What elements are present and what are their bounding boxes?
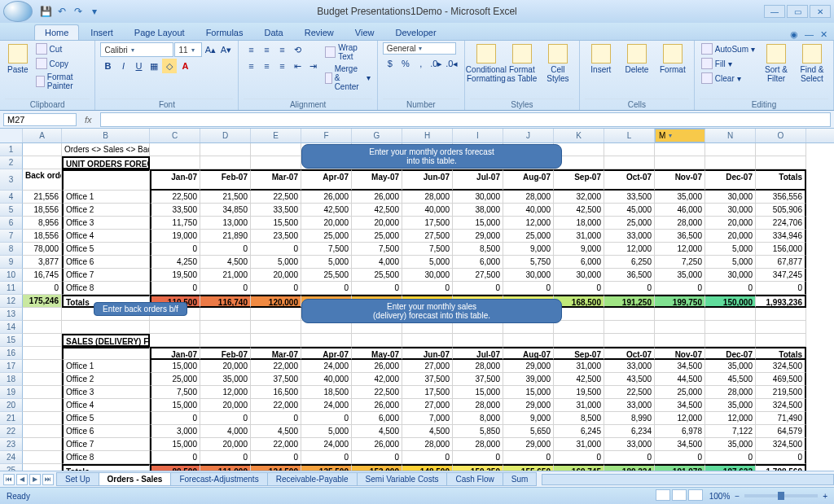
cell[interactable]: 34,500: [655, 399, 705, 412]
cell[interactable]: 9,000: [503, 412, 554, 425]
sheet-tab[interactable]: Semi Variable Costs: [357, 472, 448, 486]
cell[interactable]: 40,000: [503, 204, 554, 217]
cell[interactable]: [150, 156, 200, 169]
cell[interactable]: 22,000: [251, 399, 301, 412]
cell[interactable]: [23, 451, 62, 464]
cell[interactable]: 12,000: [655, 412, 705, 425]
cell[interactable]: [352, 334, 402, 347]
cell[interactable]: [503, 334, 554, 347]
cell[interactable]: 334,946: [756, 230, 806, 243]
select-all-corner[interactable]: [0, 129, 23, 142]
cell[interactable]: 18,556: [23, 230, 62, 243]
cell[interactable]: 347,245: [756, 269, 806, 282]
cell[interactable]: 7,250: [655, 256, 705, 269]
zoom-level[interactable]: 100%: [709, 492, 731, 501]
cell[interactable]: 33,500: [604, 191, 655, 204]
row-header[interactable]: 6: [0, 217, 23, 230]
office-button[interactable]: [3, 1, 33, 22]
cell[interactable]: Dec-07: [705, 347, 756, 360]
cell[interactable]: 199,750: [655, 295, 705, 308]
cell[interactable]: Office 8: [62, 282, 150, 295]
cell[interactable]: 42,500: [352, 204, 402, 217]
row-header[interactable]: 18: [0, 373, 23, 386]
row-header[interactable]: 21: [0, 412, 23, 425]
qat-dropdown-icon[interactable]: ▾: [88, 5, 101, 18]
cell[interactable]: 37,500: [402, 373, 453, 386]
cell[interactable]: [554, 321, 604, 334]
fx-icon[interactable]: fx: [80, 115, 97, 125]
cell[interactable]: 32,000: [554, 191, 604, 204]
underline-button[interactable]: U: [131, 59, 146, 73]
cell[interactable]: 3,000: [150, 425, 200, 438]
cell[interactable]: 33,500: [251, 204, 301, 217]
cell[interactable]: Totals: [62, 464, 150, 471]
cell[interactable]: 6,000: [352, 412, 402, 425]
view-buttons[interactable]: [656, 489, 705, 502]
cell[interactable]: Office 3: [62, 386, 150, 399]
maximize-button[interactable]: ▭: [787, 5, 808, 18]
cell[interactable]: 25,000: [352, 230, 402, 243]
cell[interactable]: Feb-07: [200, 347, 251, 360]
cell[interactable]: 27,500: [453, 269, 503, 282]
cell[interactable]: Office 6: [62, 256, 150, 269]
cell[interactable]: [200, 143, 251, 156]
col-header[interactable]: C: [150, 129, 200, 142]
cell[interactable]: 28,000: [402, 191, 453, 204]
cell[interactable]: 8,956: [23, 217, 62, 230]
cell[interactable]: 22,500: [604, 386, 655, 399]
cell[interactable]: 7,500: [150, 386, 200, 399]
cell[interactable]: 135,500: [301, 464, 352, 471]
cell[interactable]: 28,000: [705, 386, 756, 399]
cell[interactable]: 0: [402, 451, 453, 464]
border-button[interactable]: ▦: [147, 59, 161, 73]
cell[interactable]: Apr-07: [301, 347, 352, 360]
cell[interactable]: 67,877: [756, 256, 806, 269]
cell[interactable]: 15,000: [150, 399, 200, 412]
cell[interactable]: Office 3: [62, 217, 150, 230]
cell[interactable]: 224,706: [756, 217, 806, 230]
cell[interactable]: 4,500: [402, 425, 453, 438]
cell[interactable]: 0: [200, 451, 251, 464]
cell[interactable]: Office 1: [62, 191, 150, 204]
cell[interactable]: 35,000: [705, 360, 756, 373]
row-header[interactable]: 25: [0, 464, 23, 471]
paste-button[interactable]: Paste: [5, 42, 31, 74]
cell[interactable]: 44,500: [655, 373, 705, 386]
cell[interactable]: 15,500: [251, 217, 301, 230]
col-header[interactable]: B: [62, 129, 150, 142]
cell[interactable]: 28,000: [453, 438, 503, 451]
tab-review[interactable]: Review: [295, 25, 344, 40]
cell[interactable]: 15,000: [150, 360, 200, 373]
close-button[interactable]: ✕: [810, 5, 831, 18]
cell[interactable]: 15,000: [150, 438, 200, 451]
cell[interactable]: [23, 334, 62, 347]
cell[interactable]: 46,000: [655, 204, 705, 217]
cell[interactable]: Orders <> Sales <> Back Orders (Units): [62, 143, 150, 156]
col-header[interactable]: L: [604, 129, 655, 142]
cell[interactable]: [705, 156, 756, 169]
cell[interactable]: 25,000: [655, 386, 705, 399]
cell[interactable]: 9,000: [503, 243, 554, 256]
cell[interactable]: [23, 143, 62, 156]
cell[interactable]: Totals: [756, 347, 806, 360]
cell[interactable]: 28,000: [453, 399, 503, 412]
cell[interactable]: Jan-07: [150, 169, 200, 191]
cell[interactable]: Office 5: [62, 243, 150, 256]
tab-page-layout[interactable]: Page Layout: [125, 25, 195, 40]
cell[interactable]: [705, 308, 756, 321]
cell[interactable]: [200, 308, 251, 321]
tab-formulas[interactable]: Formulas: [196, 25, 253, 40]
cell[interactable]: 7,122: [705, 425, 756, 438]
cell[interactable]: 9,000: [554, 243, 604, 256]
orientation-button[interactable]: ⟲: [290, 42, 305, 57]
cell[interactable]: Mar-07: [251, 169, 301, 191]
dec-decimal-button[interactable]: .0◂: [445, 56, 459, 71]
clear-button[interactable]: Clear ▾: [700, 72, 757, 85]
cell[interactable]: Jul-07: [453, 169, 503, 191]
row-header[interactable]: 11: [0, 282, 23, 295]
font-name-select[interactable]: Calibri: [100, 42, 173, 57]
cell[interactable]: Dec-07: [705, 169, 756, 191]
col-header[interactable]: M: [655, 129, 705, 142]
cell[interactable]: 33,000: [604, 438, 655, 451]
cell[interactable]: 25,000: [301, 230, 352, 243]
